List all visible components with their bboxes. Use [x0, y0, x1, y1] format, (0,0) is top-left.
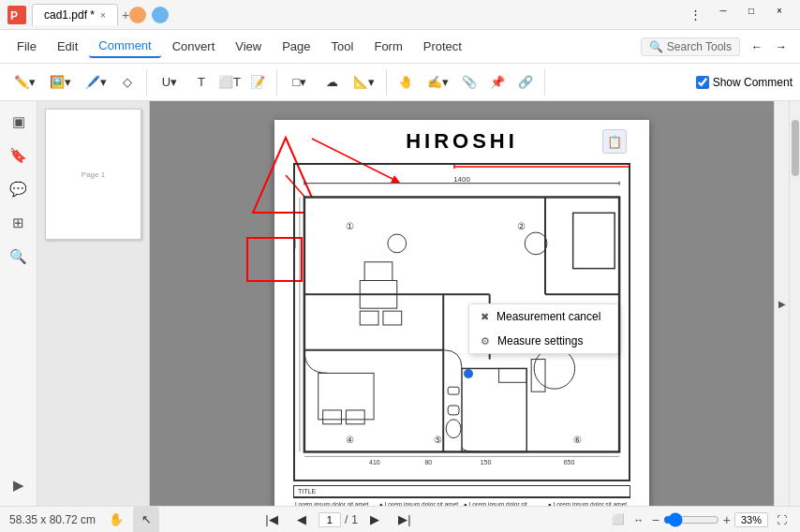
- sticky-tool-btn[interactable]: 📌: [484, 69, 511, 96]
- stamp-tool-btn[interactable]: 🖼️▾: [43, 69, 77, 96]
- svg-text:150: 150: [481, 459, 492, 466]
- zoom-in-btn[interactable]: +: [723, 512, 731, 527]
- eraser-tool-btn[interactable]: ◇: [114, 69, 141, 96]
- textbox-tool-btn[interactable]: ⬜T: [216, 69, 243, 96]
- page-total: 1: [351, 513, 358, 526]
- settings-label: Measure settings: [497, 334, 583, 347]
- page-number-input[interactable]: [319, 512, 341, 527]
- nav-fwd-btn[interactable]: →: [770, 36, 793, 58]
- right-panel-toggle[interactable]: ▶: [774, 101, 789, 506]
- left-sidebar: ▣ 🔖 💬 ⊞ 🔍 ▶: [0, 101, 37, 506]
- profile-avatar: [129, 7, 146, 23]
- vertical-scrollbar[interactable]: [789, 101, 800, 506]
- profile-area: [129, 7, 169, 23]
- search-tools[interactable]: 🔍 Search Tools: [641, 37, 740, 56]
- first-page-btn[interactable]: |◀: [259, 507, 285, 533]
- footer-title-label: TITLE: [298, 488, 316, 495]
- sidebar-bookmark-icon[interactable]: 🔖: [6, 142, 32, 169]
- svg-text:⑤: ⑤: [434, 435, 442, 445]
- sidebar-thumbnail-icon[interactable]: ▣: [6, 109, 32, 135]
- show-comment-area: Show Comment: [696, 76, 793, 89]
- sidebar-comment-icon[interactable]: 💬: [6, 176, 32, 202]
- sidebar-search-icon[interactable]: 🔍: [6, 244, 32, 270]
- main-layout: ▣ 🔖 💬 ⊞ 🔍 ▶ Page 1: [0, 101, 800, 506]
- signature-tool-btn[interactable]: ✍▾: [421, 69, 454, 96]
- fit-buttons: ⬜ ↔: [609, 510, 648, 529]
- zoom-controls: ⬜ ↔ − + ⛶: [609, 510, 791, 529]
- svg-text:④: ④: [346, 435, 354, 445]
- fullscreen-btn[interactable]: ⛶: [772, 510, 791, 529]
- page-navigation: |◀ ◀ / 1 ▶ ▶|: [259, 507, 418, 533]
- fit-page-btn[interactable]: ⬜: [609, 510, 628, 529]
- attach-tool-btn[interactable]: 📎: [456, 69, 482, 96]
- footer-col4: ● Lorem ipsum dolor sit amet ● Lorem ips…: [546, 500, 630, 506]
- underline-tool-btn[interactable]: U▾: [153, 69, 186, 96]
- footer-col3: ● Lorem ipsum dolor sit ● Lorem ipsum do…: [462, 500, 546, 506]
- search-label: Search Tools: [667, 40, 732, 53]
- pen-tool-btn[interactable]: 🖊️▾: [79, 69, 112, 96]
- context-menu-item-cancel[interactable]: ✖ Measurement cancel: [469, 304, 617, 329]
- next-page-btn[interactable]: ▶: [362, 507, 388, 533]
- search-icon: 🔍: [649, 40, 663, 53]
- footer-col1: Lorem ipsum dolor sit amet, consectetur …: [293, 500, 378, 506]
- dimensions-display: 58.35 x 80.72 cm: [9, 513, 96, 526]
- minimize-btn[interactable]: ─: [710, 2, 736, 21]
- active-tab[interactable]: cad1.pdf * ×: [32, 4, 118, 25]
- text-tool-btn[interactable]: T: [188, 69, 215, 96]
- menu-edit[interactable]: Edit: [48, 36, 87, 57]
- footer-col1-text: Lorem ipsum dolor sit amet, consectetur …: [295, 501, 376, 506]
- last-page-btn[interactable]: ▶|: [392, 507, 418, 533]
- settings-icon: ⚙: [481, 335, 490, 347]
- window-controls: ⋮ ─ □ ×: [682, 2, 793, 28]
- tab-close-btn[interactable]: ×: [100, 10, 106, 21]
- zoom-input[interactable]: [734, 512, 768, 527]
- zoom-slider[interactable]: [663, 512, 719, 527]
- scrollbar-thumb[interactable]: [792, 120, 799, 176]
- link-tool-btn[interactable]: 🔗: [512, 69, 539, 96]
- callout-tool-btn[interactable]: 📝: [244, 69, 271, 96]
- select-mode-btn[interactable]: ↖: [133, 507, 159, 533]
- tool-group-shapes: □▾ ☁ 📐▾: [283, 69, 387, 96]
- hand-mode-btn[interactable]: ✋: [103, 507, 129, 533]
- menu-protect[interactable]: Protect: [414, 36, 471, 57]
- toolbar: ✏️▾ 🖼️▾ 🖊️▾ ◇ U▾ T ⬜T 📝 □▾ ☁ 📐▾ 🤚 ✍▾ 📎 📌…: [0, 64, 800, 101]
- content-area: HIROSHI 1400: [150, 101, 774, 506]
- sidebar-layers-icon[interactable]: ⊞: [6, 210, 32, 236]
- menu-file[interactable]: File: [7, 36, 46, 57]
- footer-col2: ● Lorem ipsum dolor sit amet ● Lorem ips…: [378, 500, 462, 506]
- more-options-btn[interactable]: ⋮: [682, 2, 708, 28]
- profile-avatar2: [152, 7, 169, 23]
- shape-tool-btn[interactable]: □▾: [283, 69, 317, 96]
- context-menu-item-settings[interactable]: ⚙ Measure settings: [469, 329, 617, 353]
- zoom-out-btn[interactable]: −: [652, 512, 659, 527]
- draw-tool-btn[interactable]: ✏️▾: [7, 69, 41, 96]
- menu-comment[interactable]: Comment: [89, 35, 160, 58]
- new-tab-btn[interactable]: +: [122, 7, 129, 22]
- svg-text:①: ①: [346, 221, 354, 231]
- menu-page[interactable]: Page: [273, 36, 319, 57]
- cancel-icon: ✖: [481, 311, 489, 323]
- svg-text:80: 80: [424, 459, 432, 466]
- cloud-tool-btn[interactable]: ☁: [319, 69, 345, 96]
- titlebar: P cad1.pdf * × + ⋮ ─ □ ×: [0, 0, 800, 30]
- measure-tool-btn[interactable]: 📐▾: [347, 69, 380, 96]
- page-separator: /: [345, 513, 348, 526]
- fit-width-btn[interactable]: ↔: [630, 510, 648, 529]
- svg-text:410: 410: [369, 459, 380, 466]
- sidebar-collapse-btn[interactable]: ▶: [6, 472, 32, 498]
- footer-grid: Lorem ipsum dolor sit amet, consectetur …: [293, 497, 630, 506]
- prev-page-btn[interactable]: ◀: [289, 507, 315, 533]
- right-panel-icon[interactable]: 📋: [602, 129, 627, 154]
- svg-text:650: 650: [564, 459, 575, 466]
- page-thumbnail[interactable]: Page 1: [45, 109, 141, 240]
- menu-tool[interactable]: Tool: [322, 36, 363, 57]
- menu-view[interactable]: View: [226, 36, 271, 57]
- maximize-btn[interactable]: □: [738, 2, 764, 21]
- menu-convert[interactable]: Convert: [163, 36, 225, 57]
- show-comment-checkbox[interactable]: [696, 76, 709, 89]
- hand-tool-btn[interactable]: 🤚: [393, 69, 419, 96]
- thumbnail-panel: Page 1: [37, 101, 150, 506]
- menu-form[interactable]: Form: [364, 36, 411, 57]
- nav-back-btn[interactable]: ←: [746, 36, 768, 58]
- close-btn[interactable]: ×: [766, 2, 793, 21]
